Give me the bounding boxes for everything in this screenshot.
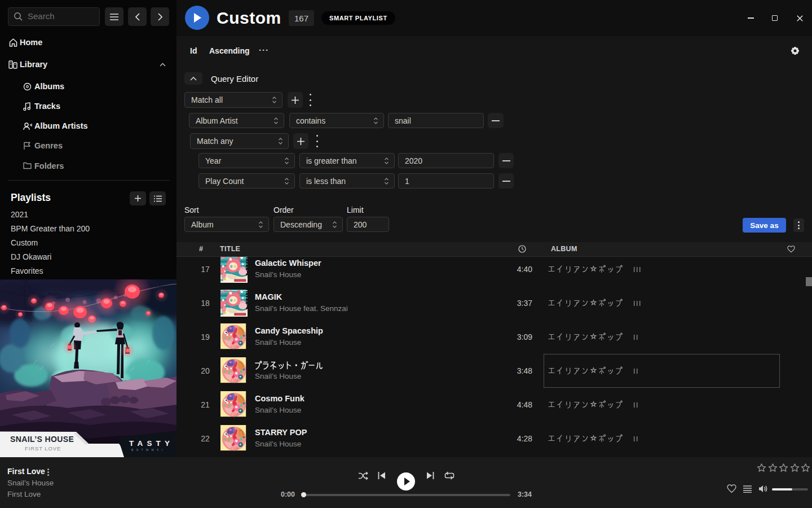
svg-text:SNAIL’S HOUSE: SNAIL’S HOUSE bbox=[10, 435, 74, 444]
svg-text:FIRST LOVE: FIRST LOVE bbox=[25, 445, 61, 452]
svg-text:BSTMMXI: BSTMMXI bbox=[131, 448, 166, 452]
svg-text:TASTY: TASTY bbox=[129, 439, 174, 448]
